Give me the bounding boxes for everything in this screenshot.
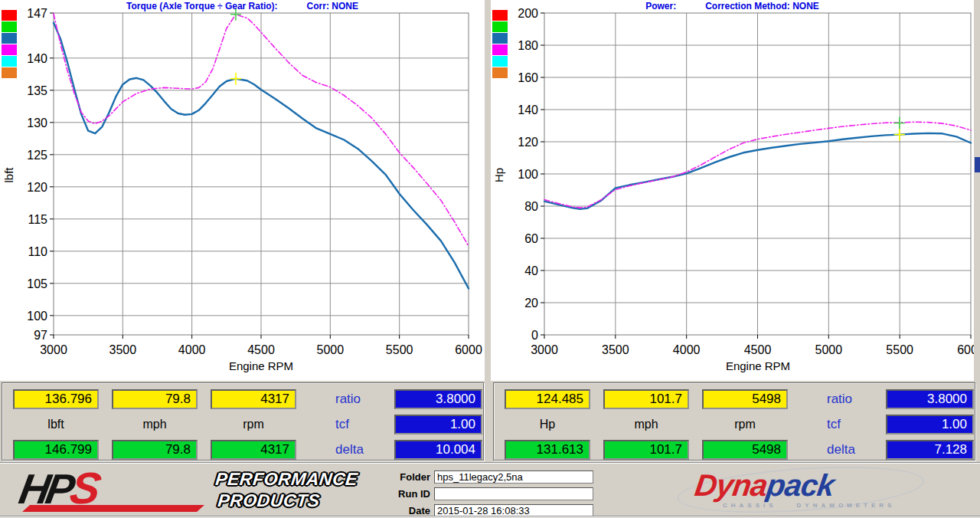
legend-swatch[interactable] — [2, 10, 17, 21]
delta-label: delta — [801, 440, 873, 460]
legend-swatch[interactable] — [2, 33, 17, 44]
delta-value: 7.128 — [886, 440, 974, 460]
tcf-value: 1.00 — [394, 415, 482, 434]
tcf-label: tcf — [801, 415, 873, 434]
svg-text:4000: 4000 — [178, 343, 206, 356]
ratio-label: ratio — [801, 389, 873, 409]
svg-text:120: 120 — [27, 181, 47, 194]
power-ref-value: 131.613 — [505, 440, 590, 460]
torque-correction-text: Corr: NONE — [307, 1, 358, 11]
svg-text:5000: 5000 — [815, 343, 843, 356]
power-unit-label: Hp — [505, 415, 590, 434]
svg-text:140: 140 — [27, 52, 47, 65]
date-field-row: Date — [381, 504, 593, 517]
readouts-row: 136.796 79.8 4317 ratio 3.8000 lbft mph … — [2, 382, 980, 461]
svg-text:40: 40 — [524, 264, 538, 277]
power-readout-panel: 124.485 101.7 5498 ratio 3.8000 Hp mph r… — [493, 382, 975, 461]
power-ref-rpm: 5498 — [702, 440, 788, 460]
torque-cursor-value: 136.796 — [13, 389, 99, 409]
svg-text:60: 60 — [524, 232, 538, 245]
svg-text:100: 100 — [518, 168, 538, 181]
svg-text:115: 115 — [28, 213, 47, 226]
dynapack-dyna-text: Dyna — [693, 468, 769, 502]
svg-text:5500: 5500 — [886, 343, 913, 356]
power-chart-panel: Power:Correction Method: NONE 0204060801… — [491, 0, 974, 381]
date-label: Date — [381, 505, 430, 516]
footer-bar: HPS PERFORMANCE PRODUCTS Folder Run ID D… — [0, 462, 980, 518]
hps-tagline-line1: PERFORMANCE — [214, 469, 359, 490]
svg-text:6000: 6000 — [957, 343, 974, 356]
dynapack-logo: Dynapack CHASSIS DYNAMOMETERS — [675, 467, 933, 512]
power-cursor-mph: 101.7 — [603, 389, 689, 409]
svg-text:20: 20 — [524, 297, 538, 310]
delta-value: 10.004 — [394, 440, 482, 460]
legend-swatch[interactable] — [492, 67, 508, 78]
rpm-unit-label: rpm — [211, 415, 296, 434]
run-color-legend — [2, 10, 17, 78]
torque-ref-rpm: 4317 — [211, 440, 296, 460]
run-id-field-row: Run ID — [381, 487, 593, 500]
mph-unit-label: mph — [112, 415, 198, 434]
dynapack-dyno-screen: { "app": { "background": "#d4d0c8" }, "l… — [0, 0, 980, 518]
svg-text:5000: 5000 — [317, 343, 345, 356]
ratio-value: 3.8000 — [394, 389, 482, 409]
hps-hp-text: HP — [15, 465, 74, 513]
legend-swatch[interactable] — [492, 44, 508, 55]
torque-ref-mph: 79.8 — [112, 440, 198, 460]
date-input[interactable] — [434, 504, 593, 517]
svg-text:125: 125 — [27, 149, 47, 162]
delta-label: delta — [309, 440, 381, 460]
svg-text:160: 160 — [518, 71, 538, 84]
power-cursor-rpm: 5498 — [702, 389, 788, 409]
legend-swatch[interactable] — [2, 67, 17, 78]
run-info-fields: Folder Run ID Date — [381, 470, 593, 518]
dynapack-pack-text: pack — [765, 468, 836, 502]
power-plot-area[interactable]: 0204060801001201401601802003000350040004… — [491, 0, 974, 381]
torque-cursor-rpm: 4317 — [211, 389, 296, 409]
folder-label: Folder — [381, 471, 430, 483]
svg-text:97: 97 — [34, 329, 47, 342]
run-color-legend — [492, 10, 508, 78]
torque-x-axis-label: Engine RPM — [200, 359, 322, 372]
ratio-label: ratio — [309, 389, 381, 409]
torque-readout-panel: 136.796 79.8 4317 ratio 3.8000 lbft mph … — [2, 382, 484, 461]
legend-swatch[interactable] — [492, 56, 508, 67]
torque-ref-value: 146.799 — [13, 440, 99, 460]
ratio-value: 3.8000 — [886, 389, 974, 409]
legend-swatch[interactable] — [492, 21, 508, 32]
svg-text:80: 80 — [524, 200, 538, 213]
torque-title-text: Torque (Axle Torque ÷ Gear Ratio): — [126, 1, 278, 11]
legend-swatch[interactable] — [492, 10, 508, 21]
svg-text:3500: 3500 — [602, 343, 629, 356]
torque-plot-area[interactable]: 9710010511011512012513013514014730003500… — [0, 0, 485, 381]
svg-text:4500: 4500 — [247, 343, 275, 356]
svg-text:105: 105 — [27, 277, 47, 290]
hps-tagline: PERFORMANCE PRODUCTS — [212, 469, 358, 511]
power-chart-title: Power:Correction Method: NONE — [491, 1, 974, 11]
svg-text:6000: 6000 — [455, 343, 482, 356]
svg-text:3000: 3000 — [40, 343, 67, 356]
svg-text:5500: 5500 — [386, 343, 413, 356]
power-x-axis-label: Engine RPM — [697, 359, 819, 372]
svg-text:135: 135 — [27, 84, 47, 97]
torque-cursor-mph: 79.8 — [112, 389, 198, 409]
svg-text:4500: 4500 — [744, 343, 772, 356]
dynapack-subtext: CHASSIS DYNAMOMETERS — [723, 502, 895, 509]
window-edge-fragment — [975, 157, 980, 172]
legend-swatch[interactable] — [492, 33, 508, 44]
svg-text:0: 0 — [531, 329, 538, 342]
dynapack-chassis-text: CHASSIS — [723, 502, 777, 509]
legend-swatch[interactable] — [2, 44, 17, 55]
run-id-label: Run ID — [381, 488, 430, 500]
torque-unit-label: lbft — [13, 415, 99, 434]
torque-y-axis-label: lbft — [1, 148, 16, 202]
folder-input[interactable] — [434, 470, 593, 484]
torque-chart-title: Torque (Axle Torque ÷ Gear Ratio):Corr: … — [0, 1, 485, 11]
dynapack-dynamometers-text: DYNAMOMETERS — [797, 502, 896, 509]
mph-unit-label: mph — [603, 415, 689, 434]
legend-swatch[interactable] — [2, 56, 17, 67]
svg-text:3000: 3000 — [531, 343, 558, 356]
legend-swatch[interactable] — [2, 21, 17, 32]
power-title-text: Power: — [645, 1, 676, 11]
run-id-input[interactable] — [434, 487, 593, 500]
